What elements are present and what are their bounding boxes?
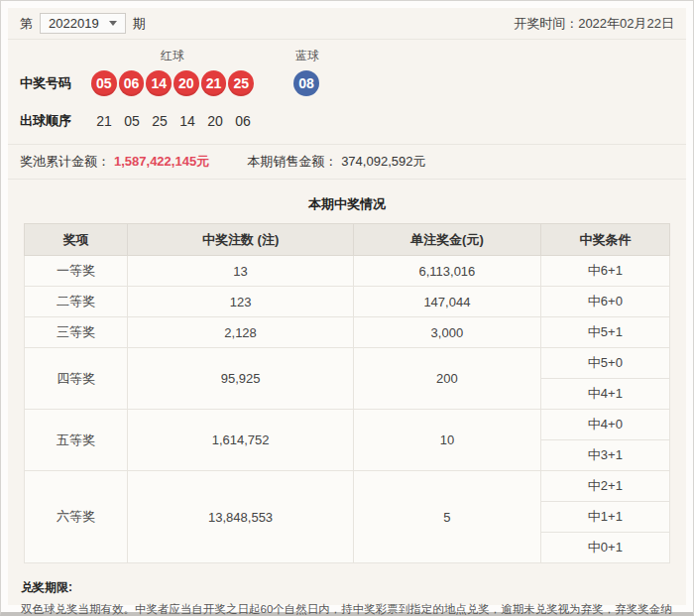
count-cell: 13 bbox=[128, 256, 354, 287]
winning-numbers-section: 红球 蓝球 中奖号码 05 06 14 20 21 25 08 出球顺序 21 bbox=[8, 40, 686, 145]
red-ball: 20 bbox=[174, 70, 199, 96]
redemption-note-body: 双色球兑奖当期有效。中奖者应当自开奖之日起60个自然日内，持中奖彩票到指定的地点… bbox=[21, 601, 673, 616]
count-cell: 95,925 bbox=[128, 348, 354, 410]
condition-cell: 中6+1 bbox=[540, 256, 669, 287]
prize-table-title: 本期中奖情况 bbox=[24, 195, 670, 213]
draw-order-numbers: 21 05 25 14 20 06 bbox=[91, 113, 256, 129]
condition-cell: 中5+0 bbox=[540, 348, 669, 379]
condition-cell: 中0+1 bbox=[540, 533, 669, 563]
jackpot-value: 1,587,422,145元 bbox=[114, 153, 209, 171]
count-cell: 2,128 bbox=[128, 317, 354, 348]
red-ball: 05 bbox=[91, 70, 117, 96]
draw-order-label: 出球顺序 bbox=[20, 112, 91, 130]
draw-order-number: 25 bbox=[147, 113, 173, 129]
col-header-prize: 奖项 bbox=[25, 224, 128, 256]
amount-cell: 10 bbox=[354, 410, 541, 471]
draw-order-number: 14 bbox=[174, 113, 200, 129]
top-bar: 第 2022019 期 开奖时间：2022年02月22日 bbox=[8, 8, 686, 40]
condition-cell: 中6+0 bbox=[540, 287, 669, 317]
prize-table-section: 本期中奖情况 奖项 中奖注数 (注) 单注奖金(元) 中奖条件 一等奖 bbox=[8, 180, 686, 563]
table-row: 四等奖 95,925 200 中5+0 bbox=[25, 348, 670, 379]
blue-ball: 08 bbox=[293, 70, 319, 96]
prize-name-cell: 一等奖 bbox=[25, 256, 128, 287]
condition-cell: 中4+1 bbox=[540, 379, 669, 410]
jackpot-label: 奖池累计金额： bbox=[20, 153, 110, 171]
prize-name-cell: 二等奖 bbox=[25, 287, 128, 317]
draw-order-number: 06 bbox=[230, 113, 256, 129]
period-suffix-label: 期 bbox=[133, 15, 146, 33]
draw-order-number: 20 bbox=[202, 113, 228, 129]
sales-label: 本期销售金额： bbox=[247, 153, 337, 171]
condition-cell: 中4+0 bbox=[540, 410, 669, 440]
red-ball: 06 bbox=[119, 70, 145, 96]
period-select[interactable]: 2022019 bbox=[40, 13, 126, 34]
red-ball: 14 bbox=[146, 70, 172, 96]
draw-order-number: 05 bbox=[119, 113, 145, 129]
amount-cell: 147,044 bbox=[354, 287, 541, 317]
table-row: 二等奖 123 147,044 中6+0 bbox=[25, 287, 670, 317]
amount-cell: 6,113,016 bbox=[354, 256, 541, 287]
prize-name-cell: 五等奖 bbox=[25, 410, 128, 471]
count-cell: 123 bbox=[128, 287, 354, 317]
condition-cell: 中1+1 bbox=[540, 502, 669, 533]
condition-cell: 中2+1 bbox=[540, 471, 669, 502]
draw-order-row: 出球顺序 21 05 25 14 20 06 bbox=[20, 112, 674, 130]
prize-name-cell: 四等奖 bbox=[25, 348, 128, 410]
amount-cell: 3,000 bbox=[354, 317, 541, 348]
draw-time-label: 开奖时间： bbox=[514, 16, 578, 31]
red-ball: 25 bbox=[228, 70, 254, 96]
col-header-count: 中奖注数 (注) bbox=[128, 224, 354, 256]
draw-date: 2022年02月22日 bbox=[578, 16, 674, 31]
winning-numbers-label: 中奖号码 bbox=[20, 74, 91, 92]
prize-table-header-row: 奖项 中奖注数 (注) 单注奖金(元) 中奖条件 bbox=[25, 224, 670, 256]
red-group-label: 红球 bbox=[91, 48, 254, 64]
period-selector-area: 第 2022019 期 bbox=[20, 13, 146, 34]
draw-order-number: 21 bbox=[91, 113, 117, 129]
draw-time: 开奖时间：2022年02月22日 bbox=[514, 15, 674, 33]
table-row: 五等奖 1,614,752 10 中4+0 bbox=[25, 410, 670, 440]
caret-down-icon bbox=[109, 21, 117, 26]
ball-group-labels: 红球 蓝球 bbox=[20, 48, 674, 64]
table-row: 一等奖 13 6,113,016 中6+1 bbox=[25, 256, 670, 287]
redemption-note-heading: 兑奖期限: bbox=[21, 579, 673, 596]
period-select-value: 2022019 bbox=[49, 16, 99, 31]
red-ball: 21 bbox=[201, 70, 227, 96]
amount-cell: 200 bbox=[354, 348, 541, 410]
lottery-result-page: 第 2022019 期 开奖时间：2022年02月22日 红球 蓝球 中奖号码 … bbox=[0, 0, 694, 616]
prize-name-cell: 六等奖 bbox=[25, 471, 128, 563]
blue-group-label: 蓝球 bbox=[293, 48, 321, 64]
prize-name-cell: 三等奖 bbox=[25, 317, 128, 348]
sales-value: 374,092,592元 bbox=[341, 153, 425, 171]
amount-cell: 5 bbox=[354, 471, 541, 563]
winning-numbers-row: 中奖号码 05 06 14 20 21 25 08 bbox=[20, 70, 674, 96]
condition-cell: 中5+1 bbox=[540, 317, 669, 348]
table-row: 六等奖 13,848,553 5 中2+1 bbox=[25, 471, 670, 502]
condition-cell: 中3+1 bbox=[540, 440, 669, 471]
count-cell: 13,848,553 bbox=[128, 471, 354, 563]
red-balls-group: 05 06 14 20 21 25 bbox=[91, 70, 254, 96]
period-prefix-label: 第 bbox=[20, 15, 33, 33]
redemption-note: 兑奖期限: 双色球兑奖当期有效。中奖者应当自开奖之日起60个自然日内，持中奖彩票… bbox=[8, 563, 686, 616]
table-row: 三等奖 2,128 3,000 中5+1 bbox=[25, 317, 670, 348]
page-content: 第 2022019 期 开奖时间：2022年02月22日 红球 蓝球 中奖号码 … bbox=[8, 8, 686, 605]
col-header-amount: 单注奖金(元) bbox=[354, 224, 541, 256]
count-cell: 1,614,752 bbox=[128, 410, 354, 471]
prize-table: 奖项 中奖注数 (注) 单注奖金(元) 中奖条件 一等奖 13 6,113,01… bbox=[24, 223, 670, 563]
amounts-row: 奖池累计金额： 1,587,422,145元 本期销售金额： 374,092,5… bbox=[8, 145, 686, 180]
col-header-condition: 中奖条件 bbox=[540, 224, 669, 256]
